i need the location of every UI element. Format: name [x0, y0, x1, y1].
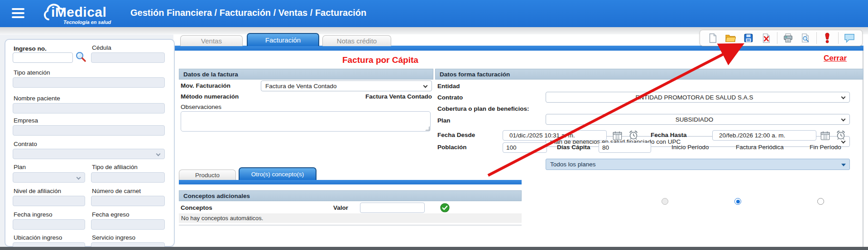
fecha-hasta-label: Fecha Hasta [651, 132, 687, 138]
entidad-select[interactable]: ENTIDAD PROMOTORA DE SALUD S.A.S [546, 92, 850, 103]
tab-ventas[interactable]: Ventas [180, 35, 243, 46]
tipo-atencion-label: Tipo atención [14, 69, 50, 76]
clock-icon[interactable] [835, 130, 846, 141]
contrato-sidebar-select[interactable] [13, 149, 165, 159]
document-preview-icon[interactable] [801, 32, 811, 44]
radio-inicio-periodo[interactable] [662, 198, 668, 205]
chevron-down-icon [423, 84, 428, 88]
radio-fin-periodo-label: Fin Período [810, 144, 841, 151]
confirm-check-icon[interactable] [440, 203, 450, 212]
calendar-icon[interactable] [820, 131, 830, 141]
nivel-afiliacion-input[interactable] [13, 196, 85, 206]
ingreso-input[interactable] [13, 52, 73, 63]
tabbar-strip [173, 46, 863, 51]
conceptos-empty-message: No hay conceptos automáticos. [179, 213, 522, 223]
clock-icon[interactable] [628, 130, 639, 141]
chevron-down-icon [841, 117, 846, 122]
contrato-sidebar-label: Contrato [14, 141, 37, 147]
alert-icon[interactable] [822, 32, 833, 44]
tipo-afiliacion-label: Tipo de afiliación [92, 164, 138, 170]
dias-capita-input[interactable] [599, 142, 651, 153]
fecha-ingreso-label: Fecha ingreso [14, 211, 53, 218]
radio-fin-periodo[interactable] [817, 198, 824, 205]
contrato-forma-label: Contrato [437, 94, 463, 101]
panel-bottom-border [179, 225, 522, 226]
chevron-down-icon [841, 95, 846, 99]
numero-carnet-input[interactable] [91, 196, 165, 206]
datos-factura-header: Datos de la factura [179, 69, 433, 80]
fecha-egreso-input[interactable] [91, 219, 165, 230]
conceptos-label: Conceptos [181, 204, 212, 211]
close-link[interactable]: Cerrar [824, 54, 847, 63]
poblacion-label: Población [437, 144, 467, 151]
toolbar-separator [777, 32, 777, 44]
toolbar-separator [838, 32, 839, 44]
plan-sidebar-label: Plan [14, 164, 26, 170]
fecha-egreso-label: Fecha egreso [92, 211, 129, 218]
nivel-afiliacion-label: Nivel de afiliación [14, 188, 61, 194]
cedula-label: Cédula [92, 44, 111, 51]
metodo-numeracion-value: Factura Venta Contado [261, 93, 432, 100]
poblacion-input[interactable] [503, 142, 547, 153]
empresa-label: Empresa [14, 117, 38, 124]
page-title: Factura por Cápita [342, 55, 418, 65]
toolbar-separator [816, 32, 817, 44]
action-toolbar [700, 30, 863, 46]
plan-sidebar-select[interactable] [13, 172, 85, 183]
conceptos-header: Conceptos adicionales [179, 190, 522, 201]
mov-facturacion-select[interactable]: Factura de Venta Contado [261, 80, 432, 91]
observaciones-textarea[interactable] [181, 111, 431, 132]
plan-forma-label: Plan [437, 117, 451, 124]
open-folder-icon[interactable] [725, 32, 736, 44]
fecha-hasta-input[interactable] [712, 130, 816, 141]
logo-tagline: Tecnología en salud [63, 19, 111, 25]
cancel-document-icon[interactable] [761, 32, 771, 44]
new-document-icon[interactable] [707, 32, 718, 44]
print-icon[interactable] [783, 32, 793, 44]
plan-select[interactable]: Todos los planes [546, 159, 850, 170]
metodo-numeracion-label: Método numeración [181, 93, 239, 100]
dias-capita-label: Días Cápita [557, 144, 590, 151]
mov-facturacion-label: Mov. Facturación [181, 82, 230, 89]
contrato-select[interactable]: SUBSIDIADO [546, 114, 850, 125]
valor-input[interactable] [360, 203, 425, 213]
servicio-ingreso-label: Servicio ingreso [92, 234, 135, 241]
logo-title: iMedical [51, 5, 106, 20]
dropdown-triangle-icon [841, 164, 846, 166]
nombre-paciente-input[interactable] [13, 103, 165, 113]
tab-facturacion[interactable]: Facturación [247, 33, 319, 46]
radio-factura-periodica-label: Factura Periódica [736, 144, 784, 151]
radio-inicio-periodo-label: Inicio Período [671, 144, 709, 151]
breadcrumb: Gestión Financiera / Facturación / Venta… [130, 8, 366, 18]
fecha-ingreso-input[interactable] [13, 219, 85, 230]
tipo-afiliacion-input[interactable] [91, 172, 165, 183]
fecha-desde-label: Fecha Desde [437, 132, 475, 138]
save-icon[interactable] [743, 32, 753, 44]
tipo-atencion-input[interactable] [13, 77, 165, 88]
cobertura-label: Cobertura o plan de beneficios: [437, 105, 529, 112]
entidad-label: Entidad [437, 83, 460, 90]
valor-label: Valor [333, 204, 348, 211]
observaciones-label: Observaciones [181, 104, 221, 110]
hamburger-menu-icon[interactable] [12, 8, 25, 19]
window-bottom-edge [0, 247, 868, 250]
ingreso-label: Ingreso no. [14, 45, 47, 52]
chat-icon[interactable] [844, 32, 855, 44]
numero-carnet-label: Número de carnet [92, 188, 141, 194]
subtab-strip [179, 180, 522, 184]
tab-notas-credito[interactable]: Notas crédito [322, 35, 391, 46]
fecha-desde-input[interactable] [503, 130, 607, 141]
empresa-input[interactable] [13, 125, 165, 136]
subtab-producto[interactable]: Producto [179, 170, 236, 180]
search-icon[interactable] [75, 51, 87, 63]
ubicacion-ingreso-label: Ubicación ingreso [14, 234, 62, 241]
cedula-input[interactable] [91, 52, 165, 63]
datos-forma-header: Datos forma facturación [435, 69, 863, 80]
app-root: iMedical Tecnología en salud Gestión Fin… [0, 0, 868, 250]
nombre-paciente-label: Nombre paciente [14, 95, 60, 102]
calendar-icon[interactable] [612, 131, 623, 141]
subtab-otros-conceptos[interactable]: Otro(s) concepto(s) [239, 167, 317, 180]
